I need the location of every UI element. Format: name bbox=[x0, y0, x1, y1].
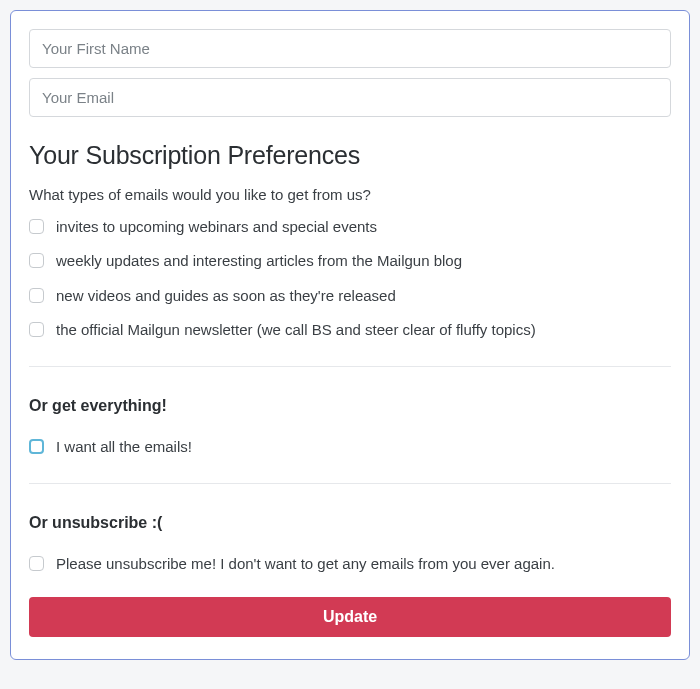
divider bbox=[29, 483, 671, 484]
option-videos: new videos and guides as soon as they're… bbox=[29, 286, 671, 306]
first-name-input[interactable] bbox=[29, 29, 671, 68]
option-newsletter: the official Mailgun newsletter (we call… bbox=[29, 320, 671, 340]
preferences-heading: Your Subscription Preferences bbox=[29, 141, 671, 170]
checkbox-everything[interactable] bbox=[29, 439, 44, 454]
checkbox-videos[interactable] bbox=[29, 288, 44, 303]
option-newsletter-label: the official Mailgun newsletter (we call… bbox=[56, 320, 536, 340]
option-unsubscribe-label: Please unsubscribe me! I don't want to g… bbox=[56, 554, 555, 574]
option-weekly: weekly updates and interesting articles … bbox=[29, 251, 671, 271]
checkbox-webinars[interactable] bbox=[29, 219, 44, 234]
everything-heading: Or get everything! bbox=[29, 397, 671, 415]
option-unsubscribe: Please unsubscribe me! I don't want to g… bbox=[29, 554, 671, 574]
option-videos-label: new videos and guides as soon as they're… bbox=[56, 286, 396, 306]
subscription-form: Your Subscription Preferences What types… bbox=[10, 10, 690, 660]
option-weekly-label: weekly updates and interesting articles … bbox=[56, 251, 462, 271]
option-everything: I want all the emails! bbox=[29, 437, 671, 457]
option-webinars: invites to upcoming webinars and special… bbox=[29, 217, 671, 237]
checkbox-unsubscribe[interactable] bbox=[29, 556, 44, 571]
update-button[interactable]: Update bbox=[29, 597, 671, 637]
checkbox-newsletter[interactable] bbox=[29, 322, 44, 337]
option-webinars-label: invites to upcoming webinars and special… bbox=[56, 217, 377, 237]
email-types-question: What types of emails would you like to g… bbox=[29, 186, 671, 203]
email-input[interactable] bbox=[29, 78, 671, 117]
divider bbox=[29, 366, 671, 367]
unsubscribe-heading: Or unsubscribe :( bbox=[29, 514, 671, 532]
option-everything-label: I want all the emails! bbox=[56, 437, 192, 457]
checkbox-weekly[interactable] bbox=[29, 253, 44, 268]
